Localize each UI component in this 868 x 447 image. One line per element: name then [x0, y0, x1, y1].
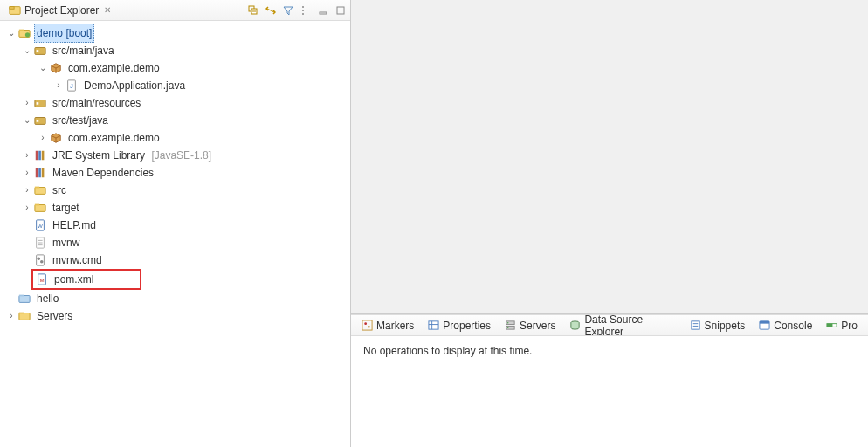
- file-md-icon: W: [33, 218, 47, 232]
- svg-rect-37: [35, 204, 39, 206]
- svg-point-61: [507, 322, 508, 323]
- tree-node-hello[interactable]: hello: [2, 290, 348, 307]
- svg-rect-31: [36, 168, 38, 178]
- progress-empty-message: No operations to display at this time.: [363, 345, 532, 357]
- minimize-icon[interactable]: [317, 4, 329, 17]
- folder-icon: [33, 201, 47, 215]
- node-label: src/main/java: [50, 41, 117, 60]
- svg-rect-12: [19, 30, 24, 31]
- tab-snippets[interactable]: Snippets: [683, 318, 753, 334]
- close-icon[interactable]: ✕: [104, 5, 111, 15]
- file-icon: [33, 236, 47, 250]
- tree-node-pom[interactable]: M pom.xml: [35, 271, 96, 288]
- expand-arrow-icon[interactable]: ⌄: [21, 112, 33, 129]
- source-folder-icon: [33, 44, 47, 58]
- editor-pane: Markers Properties Servers Data Source E…: [351, 0, 868, 447]
- expand-arrow-icon[interactable]: ⌄: [37, 59, 49, 77]
- data-source-icon: [569, 320, 581, 331]
- svg-rect-49: [19, 296, 30, 303]
- expand-arrow-icon[interactable]: ›: [21, 94, 33, 112]
- folder-icon: [17, 292, 31, 306]
- svg-point-7: [302, 10, 304, 11]
- svg-text:W: W: [38, 223, 43, 229]
- svg-rect-36: [35, 205, 45, 212]
- file-xml-icon: M: [35, 272, 49, 286]
- project-explorer-pane: Project Explorer ✕ ⌄ demo [boot]: [0, 0, 351, 447]
- expand-arrow-icon[interactable]: ›: [37, 129, 49, 147]
- tree-node-demo-app[interactable]: › J DemoApplication.java: [2, 77, 348, 94]
- tree-node-src-main-java[interactable]: ⌄ src/main/java: [2, 42, 348, 59]
- servers-icon: [505, 320, 516, 331]
- console-icon: [759, 320, 770, 331]
- tree-node-mvnw-cmd[interactable]: mvnw.cmd: [2, 251, 348, 269]
- tree-node-servers[interactable]: › Servers: [2, 307, 348, 325]
- view-menu-icon[interactable]: [300, 4, 312, 17]
- tree-node-help-md[interactable]: W HELP.md: [2, 217, 348, 234]
- expand-arrow-icon[interactable]: ⌄: [5, 24, 17, 42]
- tab-label: Console: [774, 320, 812, 332]
- tree-node-src-test-java[interactable]: ⌄ src/test/java: [2, 112, 348, 129]
- node-label: src/main/resources: [50, 93, 143, 113]
- node-label: DemoApplication.java: [81, 76, 188, 95]
- source-folder-icon: [33, 113, 47, 127]
- tree-node-src-main-res[interactable]: › src/main/resources: [2, 94, 348, 112]
- editor-area[interactable]: [351, 0, 868, 314]
- svg-point-45: [38, 258, 41, 261]
- tree-node-target[interactable]: › target: [2, 199, 348, 217]
- expand-arrow-icon[interactable]: ›: [21, 182, 33, 199]
- svg-rect-51: [19, 313, 30, 320]
- tab-properties[interactable]: Properties: [421, 318, 498, 334]
- svg-rect-32: [38, 168, 41, 178]
- svg-rect-28: [36, 151, 38, 161]
- tree-node-pkg-main[interactable]: ⌄ com.example.demo: [2, 59, 348, 77]
- tree-node-demo[interactable]: ⌄ demo [boot]: [2, 24, 348, 42]
- tree-node-src[interactable]: › src: [2, 182, 348, 199]
- tab-markers[interactable]: Markers: [355, 318, 421, 334]
- explorer-title: Project Explorer: [24, 4, 99, 17]
- tab-data-source[interactable]: Data Source Explorer: [562, 315, 682, 336]
- svg-rect-29: [38, 151, 41, 161]
- filter-icon[interactable]: [282, 4, 294, 17]
- expand-arrow-icon[interactable]: ›: [52, 77, 65, 94]
- node-label: com.example.demo: [65, 128, 162, 148]
- svg-text:M: M: [39, 277, 44, 283]
- tree-node-pkg-test[interactable]: › com.example.demo: [2, 129, 348, 147]
- folder-icon: [33, 183, 47, 197]
- tab-progress-partial[interactable]: Pro: [819, 318, 865, 334]
- node-label: pom.xml: [52, 270, 96, 289]
- tab-console[interactable]: Console: [752, 318, 819, 334]
- tab-label: Properties: [443, 320, 491, 332]
- snippets-icon: [690, 320, 701, 331]
- tree-node-maven[interactable]: › Maven Dependencies: [2, 164, 348, 182]
- tree-node-jre[interactable]: › JRE System Library [JavaSE-1.8]: [2, 147, 348, 164]
- library-icon: [33, 166, 47, 180]
- node-label: mvnw.cmd: [50, 251, 105, 270]
- tree-node-mvnw[interactable]: mvnw: [2, 234, 348, 251]
- tab-label: Data Source Explorer: [584, 315, 675, 336]
- svg-rect-53: [362, 320, 372, 330]
- svg-point-62: [507, 327, 508, 328]
- svg-rect-10: [337, 7, 344, 14]
- project-tree[interactable]: ⌄ demo [boot] ⌄ src/main/java ⌄ com.exam…: [0, 21, 350, 447]
- expand-arrow-icon[interactable]: ›: [21, 164, 33, 182]
- node-suffix: [JavaSE-1.8]: [151, 149, 211, 162]
- svg-rect-9: [320, 12, 327, 14]
- expand-arrow-icon[interactable]: ›: [21, 147, 33, 164]
- svg-line-5: [267, 9, 274, 12]
- tab-servers[interactable]: Servers: [498, 318, 562, 334]
- maximize-icon[interactable]: [334, 4, 347, 17]
- explorer-tab[interactable]: Project Explorer ✕: [3, 3, 116, 18]
- svg-rect-50: [19, 295, 24, 297]
- expand-arrow-icon[interactable]: ›: [21, 199, 33, 217]
- package-icon: [49, 61, 63, 75]
- package-icon: [49, 131, 63, 145]
- explorer-header: Project Explorer ✕: [0, 0, 350, 21]
- expand-arrow-icon[interactable]: ⌄: [21, 42, 33, 59]
- svg-rect-70: [827, 324, 833, 327]
- collapse-all-icon[interactable]: [247, 4, 259, 17]
- node-label: src: [50, 181, 69, 200]
- expand-arrow-icon[interactable]: ›: [5, 307, 17, 325]
- link-editor-icon[interactable]: [265, 4, 277, 17]
- tab-label: Snippets: [705, 320, 746, 332]
- svg-rect-68: [760, 321, 769, 324]
